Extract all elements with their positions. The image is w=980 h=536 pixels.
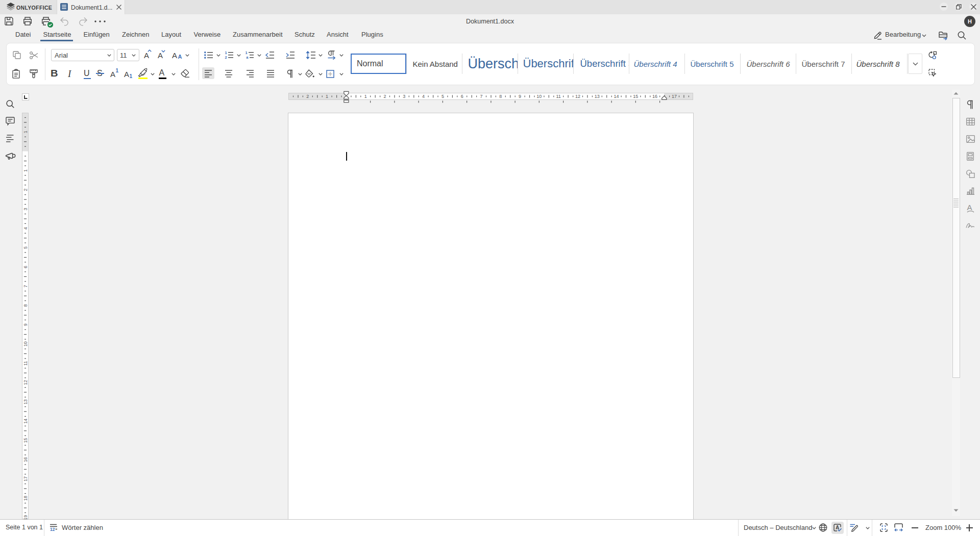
svg-text:2: 2 bbox=[306, 94, 309, 99]
svg-text:2: 2 bbox=[383, 94, 386, 99]
svg-text:18: 18 bbox=[23, 496, 28, 501]
svg-text:15: 15 bbox=[633, 94, 638, 99]
svg-text:8: 8 bbox=[499, 94, 502, 99]
svg-text:14: 14 bbox=[23, 419, 28, 424]
svg-text:1: 1 bbox=[364, 94, 367, 99]
svg-text:12: 12 bbox=[50, 527, 55, 532]
svg-text:1: 1 bbox=[326, 94, 328, 99]
svg-text:12: 12 bbox=[575, 94, 580, 99]
svg-text:1: 1 bbox=[23, 131, 28, 133]
svg-text:4: 4 bbox=[422, 94, 425, 99]
svg-text:7: 7 bbox=[23, 285, 28, 288]
svg-text:5: 5 bbox=[23, 246, 28, 249]
svg-text:A: A bbox=[836, 525, 839, 530]
svg-text:16: 16 bbox=[23, 457, 28, 462]
svg-text:5: 5 bbox=[442, 94, 444, 99]
svg-text:16: 16 bbox=[652, 94, 657, 99]
svg-text:17: 17 bbox=[672, 94, 677, 99]
svg-text:6: 6 bbox=[461, 94, 463, 99]
svg-text:15: 15 bbox=[23, 438, 28, 443]
svg-text:11: 11 bbox=[556, 94, 560, 99]
svg-text:10: 10 bbox=[23, 341, 28, 346]
svg-text:4: 4 bbox=[23, 227, 28, 229]
svg-text:1: 1 bbox=[225, 50, 227, 55]
svg-text:11: 11 bbox=[23, 361, 28, 366]
svg-text:3: 3 bbox=[23, 208, 28, 210]
svg-text:9: 9 bbox=[23, 323, 28, 326]
svg-text:12: 12 bbox=[23, 380, 28, 385]
svg-text:14: 14 bbox=[614, 94, 619, 99]
svg-text:13: 13 bbox=[595, 94, 600, 99]
svg-text:9: 9 bbox=[519, 94, 521, 99]
svg-text:2: 2 bbox=[225, 55, 227, 60]
svg-text:6: 6 bbox=[23, 266, 28, 268]
svg-text:3: 3 bbox=[403, 94, 405, 99]
svg-text:1: 1 bbox=[23, 169, 28, 172]
svg-text:a: a bbox=[247, 56, 249, 59]
svg-text:7: 7 bbox=[480, 94, 482, 99]
svg-text:17: 17 bbox=[23, 476, 28, 481]
svg-text:8: 8 bbox=[23, 304, 28, 307]
svg-text:1: 1 bbox=[245, 50, 247, 55]
svg-text:10: 10 bbox=[536, 94, 542, 99]
svg-text:13: 13 bbox=[23, 399, 28, 404]
svg-text:2: 2 bbox=[23, 189, 28, 191]
